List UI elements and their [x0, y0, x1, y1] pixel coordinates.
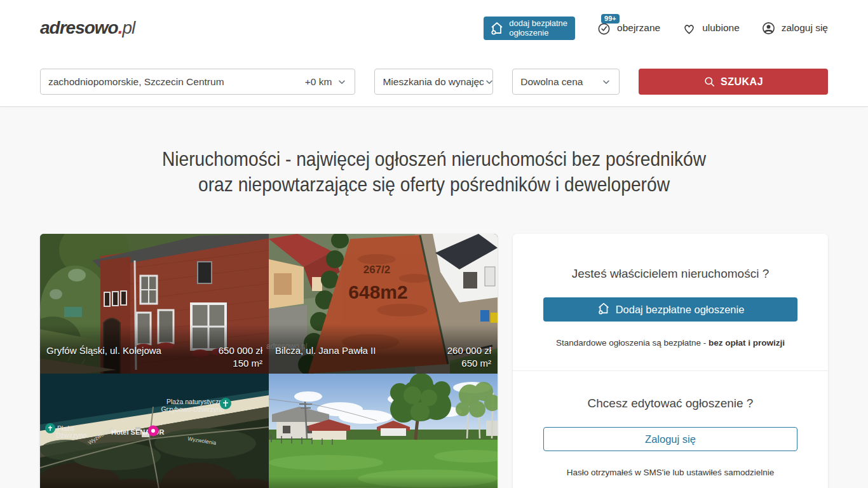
svg-text:648m2: 648m2 — [348, 281, 407, 302]
add-listing-label: dodaj bezpłatne ogłoszenie — [509, 18, 567, 37]
add-listing-button[interactable]: dodaj bezpłatne ogłoszenie — [484, 17, 575, 40]
location-select[interactable]: zachodniopomorskie, Szczecin Centrum +0 … — [40, 69, 355, 95]
nav-item-favorites[interactable]: ulubione — [682, 21, 740, 36]
header: adresowo.pl dodaj bezpłatne ogłoszenie — [0, 0, 868, 56]
sidebar: Jesteś właścicielem nieruchomości ? Doda… — [513, 234, 828, 488]
house-plus-icon — [597, 301, 611, 318]
page-title: Nieruchomości - najwięcej ogłoszeń nieru… — [52, 146, 816, 197]
price-select[interactable]: Dowolna cena — [512, 69, 620, 95]
login-button-label: Zaloguj się — [645, 433, 696, 445]
svg-text:Dźwirzyno: Dźwirzyno — [56, 431, 87, 439]
logo[interactable]: adresowo.pl — [40, 18, 135, 38]
listing-card-2[interactable]: 267/2 648m2 adresowo.pl Bilcza, ul. Jana — [269, 234, 498, 374]
heart-icon — [682, 21, 696, 36]
listing-card-1[interactable]: Gryfów Śląski, ul. Kolejowa 650 000 zł 1… — [40, 234, 269, 374]
owner-box-title: Jesteś właścicielem nieruchomości ? — [543, 267, 797, 281]
edit-box-note: Hasło otrzymałeś w SMS'ie lub ustawiłeś … — [543, 468, 797, 477]
search-button[interactable]: SZUKAJ — [639, 69, 828, 95]
listing-grid: Gryfów Śląski, ul. Kolejowa 650 000 zł 1… — [40, 234, 498, 488]
listing-caption: Bilcza, ul. Jana Pawła II 260 000 zł 650… — [269, 324, 498, 374]
main-content: Nieruchomości - najwięcej ogłoszeń nieru… — [0, 107, 868, 488]
listing-location: Bilcza, ul. Jana Pawła II — [275, 344, 376, 357]
property-type-select[interactable]: Mieszkania do wynajęc — [374, 69, 493, 95]
header-nav: dodaj bezpłatne ogłoszenie 99+ obejrzane — [484, 17, 828, 40]
nav-item-login[interactable]: zaloguj się — [761, 21, 828, 36]
sidebar-add-listing-button[interactable]: Dodaj bezpłatne ogłoszenie — [543, 297, 797, 322]
listing-card-4[interactable]: Grajce, ul. Bogienna 801 000 zł — [269, 374, 498, 488]
chevron-down-icon — [337, 77, 347, 87]
location-value: zachodniopomorskie, Szczecin Centrum — [48, 76, 224, 88]
edit-box-title: Chcesz edytować ogłoszenie ? — [543, 396, 797, 410]
listing-caption: Grajce, ul. Bogienna 801 000 zł — [269, 477, 498, 488]
price-value: Dowolna cena — [520, 76, 583, 88]
listing-price: 650 000 zł — [219, 345, 262, 356]
listing-photo-meadow — [269, 374, 498, 488]
search-button-label: SZUKAJ — [721, 76, 763, 88]
owner-box-note: Standardowe ogłoszenia są bezpłatne - be… — [543, 338, 797, 348]
listing-area: 650 m² — [461, 358, 491, 369]
login-button[interactable]: Zaloguj się — [543, 427, 797, 451]
listing-caption: Dźwirzyno, ul. Wyzwolenia zapytaj — [40, 477, 269, 488]
svg-text:267/2: 267/2 — [363, 264, 391, 276]
viewed-count-badge: 99+ — [601, 14, 620, 24]
listing-location: Gryfów Śląski, ul. Kolejowa — [46, 344, 161, 357]
property-type-value: Mieszkania do wynajęc — [383, 76, 484, 88]
edit-box: Chcesz edytować ogłoszenie ? Zaloguj się… — [513, 370, 828, 488]
favorites-label: ulubione — [702, 22, 740, 34]
svg-text:Plaża naturystyczna: Plaża naturystyczna — [166, 398, 226, 405]
listing-area: 150 m² — [233, 358, 262, 369]
login-label: zaloguj się — [782, 22, 828, 34]
check-circle-icon: 99+ — [597, 21, 611, 36]
listing-caption: Gryfów Śląski, ul. Kolejowa 650 000 zł 1… — [40, 324, 269, 374]
adresowo-homepage: adresowo.pl dodaj bezpłatne ogłoszenie — [0, 0, 868, 488]
logo-main: adresowo — [40, 18, 118, 37]
search-bar: zachodniopomorskie, Szczecin Centrum +0 … — [0, 56, 868, 107]
svg-text:Grzybowo-Dźwirzyno: Grzybowo-Dźwirzyno — [161, 405, 224, 413]
chevron-down-icon — [601, 77, 611, 87]
listing-card-3[interactable]: Plaża naturystyczna Grzybowo-Dźwirzyno P… — [40, 374, 269, 488]
viewed-label: obejrzane — [617, 22, 660, 34]
nav-item-viewed[interactable]: 99+ obejrzane — [597, 21, 660, 36]
listing-price: 260 000 zł — [447, 345, 491, 356]
radius-value: +0 km — [305, 76, 332, 88]
listing-photo-satellite-map: Plaża naturystyczna Grzybowo-Dźwirzyno P… — [40, 374, 269, 488]
chevron-down-icon — [484, 77, 493, 87]
user-icon — [761, 21, 776, 36]
logo-tld: pl — [122, 18, 135, 37]
house-plus-icon — [489, 20, 505, 36]
sidebar-add-listing-label: Dodaj bezpłatne ogłoszenie — [616, 304, 745, 316]
search-icon — [703, 76, 715, 88]
owner-box: Jesteś właścicielem nieruchomości ? Doda… — [513, 234, 828, 370]
